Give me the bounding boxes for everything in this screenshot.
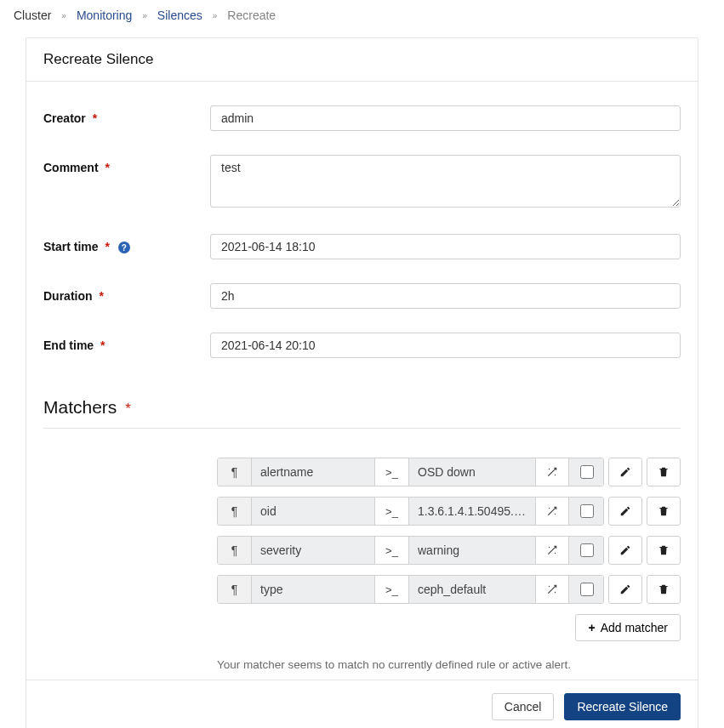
svg-point-5 (555, 553, 556, 554)
start-time-input[interactable] (210, 234, 681, 259)
regex-icon (535, 498, 569, 525)
required-icon: * (93, 111, 97, 125)
breadcrumb-item-cluster: Cluster (14, 9, 51, 22)
required-icon: * (100, 338, 105, 352)
required-icon: * (99, 289, 103, 303)
chevron-right-icon: » (213, 11, 218, 20)
delete-matcher-button[interactable] (647, 497, 681, 526)
chevron-right-icon: » (61, 11, 66, 20)
terminal-icon: >_ (375, 458, 409, 486)
matcher-name: oid (252, 498, 375, 525)
delete-matcher-button[interactable] (647, 536, 681, 565)
duration-input[interactable] (210, 283, 681, 309)
edit-matcher-button[interactable] (608, 536, 642, 565)
chevron-right-icon: » (142, 11, 147, 20)
terminal-icon: >_ (375, 537, 409, 564)
svg-point-0 (549, 469, 550, 469)
matcher-value: OSD down (409, 458, 535, 486)
comment-input[interactable]: test (210, 155, 681, 208)
edit-matcher-button[interactable] (608, 458, 642, 486)
paragraph-icon: ¶ (218, 458, 252, 486)
paragraph-icon: ¶ (218, 498, 252, 525)
matcher-value: ceph_default (409, 576, 535, 603)
end-time-label: End time * (43, 333, 210, 358)
delete-matcher-button[interactable] (647, 458, 681, 486)
matcher-name: severity (252, 537, 375, 564)
matcher-value: 1.3.6.1.4.1.50495.15.1. ... (409, 498, 535, 525)
end-time-input[interactable] (210, 333, 681, 358)
svg-point-3 (555, 514, 556, 515)
required-icon: * (125, 401, 131, 417)
required-icon: * (105, 240, 109, 253)
comment-label: Comment * (43, 155, 210, 210)
required-icon: * (105, 161, 109, 174)
matcher-value: warning (409, 537, 535, 564)
card-title: Recreate Silence (26, 38, 698, 82)
paragraph-icon: ¶ (218, 537, 252, 564)
breadcrumb-item-current: Recreate (227, 9, 276, 22)
duration-label: Duration * (43, 283, 210, 309)
svg-point-6 (549, 586, 550, 587)
matcher-row: ¶ type >_ ceph_default (217, 575, 681, 604)
matcher-row: ¶ alertname >_ OSD down (217, 458, 681, 486)
edit-matcher-button[interactable] (608, 575, 642, 604)
cancel-button[interactable]: Cancel (492, 693, 555, 720)
matcher-warning: Your matcher seems to match no currently… (217, 658, 681, 671)
regex-icon (535, 576, 569, 603)
plus-icon: + (588, 621, 595, 634)
regex-icon (535, 537, 569, 564)
recreate-silence-card: Recreate Silence Creator * Comment * tes… (26, 37, 698, 728)
regex-icon (535, 458, 569, 486)
svg-point-7 (555, 592, 556, 593)
matcher-regex-checkbox[interactable] (580, 465, 594, 479)
breadcrumb-item-silences[interactable]: Silences (157, 9, 202, 22)
terminal-icon: >_ (375, 498, 409, 525)
breadcrumb-item-monitoring[interactable]: Monitoring (77, 9, 132, 22)
terminal-icon: >_ (375, 576, 409, 603)
start-time-label: Start time * ? (43, 234, 210, 259)
matcher-regex-checkbox[interactable] (580, 543, 594, 557)
matcher-row: ¶ oid >_ 1.3.6.1.4.1.50495.15.1. ... (217, 497, 681, 526)
matcher-regex-checkbox[interactable] (580, 583, 594, 596)
matcher-name: alertname (252, 458, 375, 486)
breadcrumb: Cluster » Monitoring » Silences » Recrea… (14, 9, 710, 22)
add-matcher-button[interactable]: + Add matcher (575, 614, 681, 641)
matchers-heading: Matchers * (43, 397, 681, 429)
svg-point-2 (549, 508, 550, 509)
paragraph-icon: ¶ (218, 576, 252, 603)
creator-input[interactable] (210, 105, 681, 131)
matcher-name: type (252, 576, 375, 603)
svg-point-4 (549, 547, 550, 548)
matcher-row: ¶ severity >_ warning (217, 536, 681, 565)
help-icon[interactable]: ? (118, 242, 130, 253)
edit-matcher-button[interactable] (608, 497, 642, 526)
recreate-silence-button[interactable]: Recreate Silence (564, 693, 681, 720)
svg-point-1 (555, 475, 556, 475)
delete-matcher-button[interactable] (647, 575, 681, 604)
creator-label: Creator * (43, 105, 210, 131)
matcher-regex-checkbox[interactable] (580, 504, 594, 518)
